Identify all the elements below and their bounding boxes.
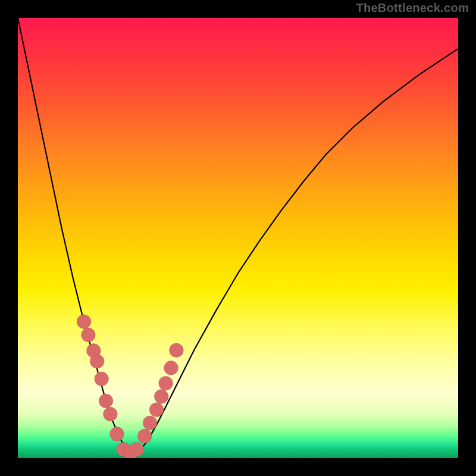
plot-area (18, 18, 458, 458)
watermark-text: TheBottleneck.com (356, 1, 469, 15)
data-dot (154, 390, 168, 404)
data-dot (99, 394, 113, 408)
data-dot (77, 315, 91, 329)
data-dot (95, 372, 109, 386)
data-dot (164, 361, 178, 375)
data-dot (104, 407, 118, 421)
curve-layer (18, 18, 458, 458)
data-dot (82, 328, 96, 342)
data-dot (90, 354, 104, 368)
data-dots (77, 315, 183, 458)
data-dot (159, 376, 173, 390)
data-dot (149, 403, 164, 417)
data-dot (110, 427, 124, 441)
data-dot (170, 343, 184, 358)
chart-frame: TheBottleneck.com (0, 0, 476, 476)
data-dot (137, 429, 152, 443)
bottleneck-curve (18, 18, 458, 454)
data-dot (130, 442, 144, 456)
data-dot (143, 416, 157, 430)
